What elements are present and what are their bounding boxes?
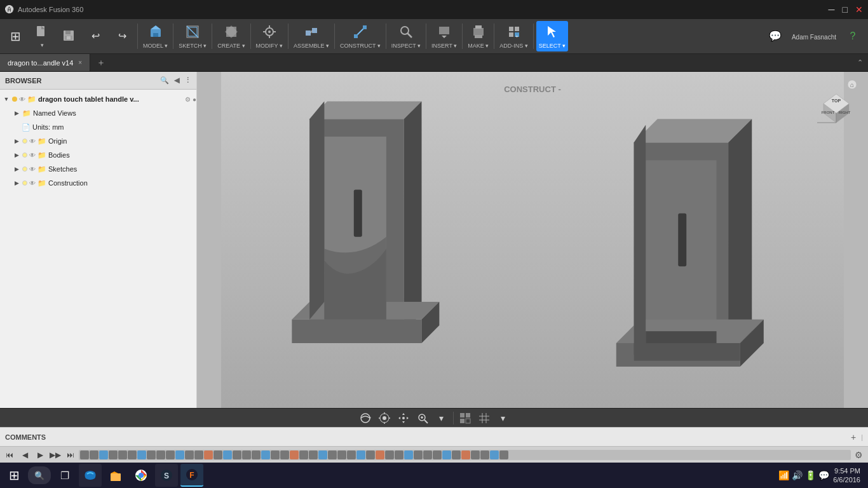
view-cube[interactable]: TOP FRONT RIGHT ⌂ bbox=[811, 78, 862, 129]
expand-button[interactable]: ⌃ bbox=[857, 54, 868, 71]
taskbar-chrome[interactable] bbox=[130, 464, 153, 487]
tl-icon-19 bbox=[252, 451, 261, 459]
viewport[interactable]: TOP FRONT RIGHT ⌂ CONSTRUCT - bbox=[197, 72, 868, 408]
undo-icon: ↩ bbox=[92, 31, 100, 41]
pan-button[interactable] bbox=[395, 410, 412, 426]
browser-search-icon[interactable]: 🔍 bbox=[160, 76, 169, 85]
tl-icon-12 bbox=[185, 451, 194, 459]
tree-eye-construction[interactable]: 👁 bbox=[29, 180, 36, 187]
battery-icon[interactable]: 🔋 bbox=[805, 470, 816, 480]
maximize-button[interactable]: □ bbox=[843, 4, 848, 15]
tree-eye-bodies[interactable]: 👁 bbox=[29, 152, 36, 159]
tab-add-button[interactable]: ＋ bbox=[90, 54, 112, 71]
taskbar-fusion-active[interactable]: F bbox=[180, 464, 203, 487]
toolbar-notifications[interactable]: 💬 bbox=[763, 21, 788, 51]
speaker-icon[interactable]: 🔊 bbox=[792, 470, 803, 480]
orbit-button[interactable] bbox=[356, 410, 374, 426]
toolbar-create[interactable]: CREATE ▾ bbox=[215, 21, 247, 51]
tree-eye-origin[interactable]: 👁 bbox=[29, 138, 36, 145]
svg-rect-25 bbox=[363, 25, 367, 29]
tree-item-root[interactable]: ▼ 👁 📁 dragon touch tablet handle v... ⚙ … bbox=[0, 92, 196, 106]
timeline-next-button[interactable]: ▶▶ bbox=[48, 448, 62, 462]
taskbar-fileexplorer[interactable] bbox=[104, 464, 127, 487]
tree-arrow-bodies[interactable]: ▶ bbox=[13, 151, 20, 159]
tree-item-units[interactable]: 📄 Units: mm bbox=[0, 120, 196, 134]
tree-arrow-origin[interactable]: ▶ bbox=[13, 137, 20, 145]
tree-item-named-views[interactable]: ▶ 📁 Named Views bbox=[0, 106, 196, 120]
toolbar-grid[interactable]: ⊞ bbox=[3, 21, 28, 51]
grid-button[interactable] bbox=[475, 410, 493, 426]
tree-arrow-construction[interactable]: ▶ bbox=[13, 179, 20, 187]
toolbar-undo[interactable]: ↩ bbox=[83, 21, 108, 51]
tab-close-button[interactable]: × bbox=[78, 59, 82, 66]
tree-gear-root[interactable]: ⚙ bbox=[185, 96, 191, 103]
browser-header-controls: 🔍 ◀ ⋮ bbox=[160, 76, 191, 85]
toolbar-select[interactable]: SELECT ▾ bbox=[536, 21, 568, 51]
svg-marker-57 bbox=[634, 125, 646, 355]
toolbar-construct[interactable]: CONSTRUCT ▾ bbox=[337, 21, 383, 51]
taskbar-clock[interactable]: 9:54 PM 6/6/2016 bbox=[833, 466, 860, 485]
look-at-button[interactable] bbox=[376, 410, 393, 426]
toolbar-make[interactable]: MAKE ▾ bbox=[465, 21, 491, 51]
close-button[interactable]: ✕ bbox=[855, 4, 863, 15]
svg-marker-81 bbox=[398, 417, 400, 419]
toolbar-redo[interactable]: ↪ bbox=[109, 21, 135, 51]
toolbar-sketch[interactable]: SKETCH ▾ bbox=[176, 21, 209, 51]
browser-options-icon[interactable]: ⋮ bbox=[184, 76, 191, 85]
notification-icon[interactable]: 💬 bbox=[818, 470, 829, 480]
cortana-search[interactable]: 🔍 bbox=[28, 466, 51, 484]
taskbar-steam-icon[interactable]: S bbox=[155, 464, 178, 487]
toolbar-assemble[interactable]: ASSEMBLE ▾ bbox=[291, 21, 332, 51]
tree-eye-root[interactable]: 👁 bbox=[19, 96, 25, 103]
tl-icon-44 bbox=[490, 451, 499, 459]
tree-item-origin[interactable]: ▶ 👁 📁 Origin bbox=[0, 134, 196, 148]
start-button[interactable]: ⊞ bbox=[3, 464, 25, 487]
bottom-toolbar: ▾ ▾ bbox=[0, 408, 868, 427]
tree-arrow-sketches[interactable]: ▶ bbox=[13, 165, 20, 173]
toolbar-file[interactable]: ▾ bbox=[29, 21, 55, 51]
titlebar: 🅐 Autodesk Fusion 360 ─ □ ✕ bbox=[0, 0, 868, 19]
svg-marker-58 bbox=[646, 331, 716, 343]
help-icon: ? bbox=[850, 31, 856, 41]
redo-icon: ↪ bbox=[118, 31, 126, 41]
view-grid-button[interactable]: ▾ bbox=[494, 410, 512, 426]
svg-marker-7 bbox=[151, 25, 161, 29]
timeline-last-button[interactable]: ⏭ bbox=[64, 448, 78, 462]
toolbar-inspect[interactable]: INSPECT ▾ bbox=[389, 21, 423, 51]
tree-item-sketches[interactable]: ▶ 👁 📁 Sketches bbox=[0, 162, 196, 176]
zoom-button[interactable] bbox=[414, 410, 431, 426]
display-mode-button[interactable] bbox=[456, 410, 474, 426]
divider-1 bbox=[137, 24, 138, 49]
browser-expand-icon[interactable]: ◀ bbox=[174, 76, 179, 85]
timeline-play-button[interactable]: ▶ bbox=[33, 448, 47, 462]
divider-11 bbox=[533, 24, 534, 49]
tree-eye-sketches[interactable]: 👁 bbox=[29, 166, 36, 173]
toolbar-addins[interactable]: + ADD-INS ▾ bbox=[497, 21, 531, 51]
timeline-first-button[interactable]: ⏮ bbox=[3, 448, 17, 462]
comments-add-button[interactable]: + bbox=[851, 432, 856, 442]
network-icon[interactable]: 📶 bbox=[778, 470, 789, 480]
task-view-button[interactable]: ❐ bbox=[53, 464, 76, 487]
tree-arrow-named-views[interactable]: ▶ bbox=[13, 109, 20, 117]
svg-rect-89 bbox=[466, 413, 470, 417]
zoom-fit-button[interactable]: ▾ bbox=[433, 410, 451, 426]
timeline-settings-button[interactable]: ⚙ bbox=[852, 450, 865, 460]
tree-item-construction[interactable]: ▶ 👁 📁 Construction bbox=[0, 176, 196, 190]
active-tab[interactable]: dragon to...andle v14 × bbox=[0, 54, 90, 71]
tree-item-bodies[interactable]: ▶ 👁 📁 Bodies bbox=[0, 148, 196, 162]
tree-settings-root[interactable]: ● bbox=[193, 96, 196, 103]
svg-text:RIGHT: RIGHT bbox=[839, 111, 851, 114]
toolbar-model[interactable]: MODEL ▾ bbox=[140, 21, 170, 51]
timeline-prev-button[interactable]: ◀ bbox=[18, 448, 32, 462]
timeline-track[interactable] bbox=[79, 450, 851, 460]
toolbar-save[interactable] bbox=[56, 21, 81, 51]
toolbar-help[interactable]: ? bbox=[840, 21, 865, 51]
minimize-button[interactable]: ─ bbox=[829, 4, 835, 15]
toolbar-user[interactable]: Adam Fasnacht bbox=[789, 21, 839, 51]
toolbar-insert[interactable]: INSERT ▾ bbox=[429, 21, 459, 51]
select-label: SELECT ▾ bbox=[539, 43, 566, 49]
svg-rect-5 bbox=[67, 36, 71, 39]
tree-arrow-root[interactable]: ▼ bbox=[3, 95, 10, 103]
toolbar-modify[interactable]: MODIFY ▾ bbox=[254, 21, 285, 51]
taskbar-edge[interactable] bbox=[79, 464, 102, 487]
